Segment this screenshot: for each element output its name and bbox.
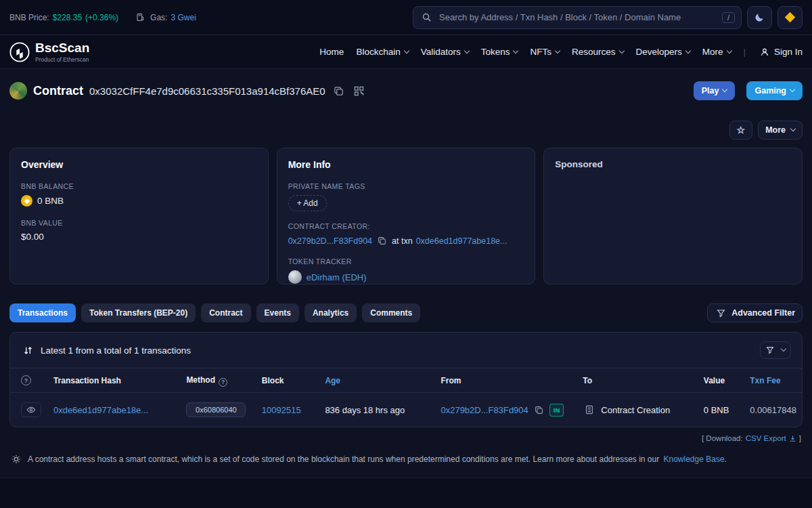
more-actions-button[interactable]: More: [758, 121, 803, 140]
question-circle-icon: ?: [21, 375, 31, 385]
info-cards: Overview BNB BALANCE 0 BNB BNB VALUE $0.…: [0, 148, 812, 284]
tab-transactions[interactable]: Transactions: [9, 303, 76, 322]
private-name-tags-label: PRIVATE NAME TAGS: [288, 182, 524, 190]
sort-arrows-icon: [21, 344, 35, 357]
csv-export-link[interactable]: CSV Export: [746, 434, 796, 442]
column-method: Method?: [181, 368, 256, 393]
funnel-icon: [715, 308, 727, 319]
column-to: To: [577, 368, 698, 393]
transactions-summary: Latest 1 from a total of 1 transactions: [21, 344, 191, 357]
chevron-down-icon: [618, 47, 624, 53]
transactions-table-card: Latest 1 from a total of 1 transactions …: [9, 332, 803, 427]
gaming-dropdown-button[interactable]: Gaming: [746, 81, 803, 100]
column-txn-fee-toggle[interactable]: Txn Fee: [744, 368, 802, 393]
address-footnote: A contract address hosts a smart contrac…: [0, 442, 812, 465]
person-icon: [758, 46, 771, 58]
funnel-icon: [766, 346, 774, 354]
bscscan-contract-page: BNB Price: $228.35 (+0.36%) Gas: 3 Gwei: [0, 0, 812, 508]
txn-details-eye-button[interactable]: [21, 402, 41, 417]
brand-tagline: Product of Etherscan: [35, 56, 89, 63]
add-name-tag-button[interactable]: + Add: [288, 195, 327, 211]
bnb-value-label: BNB VALUE: [21, 219, 257, 227]
contract-creator-label: CONTRACT CREATOR:: [288, 222, 524, 230]
gas-pump-icon: [134, 12, 147, 23]
bnb-balance-label: BNB BALANCE: [21, 182, 257, 190]
bnb-price-change: (+0.36%): [85, 13, 118, 22]
advanced-filter-button[interactable]: Advanced Filter: [707, 303, 803, 322]
tab-analytics[interactable]: Analytics: [304, 303, 357, 322]
tab-list: Transactions Token Transfers (BEP-20) Co…: [9, 303, 420, 322]
copy-address-button[interactable]: [332, 85, 346, 98]
contract-file-icon: [583, 404, 596, 416]
qr-code-button[interactable]: [352, 85, 366, 98]
copy-creator-button[interactable]: [376, 235, 388, 247]
column-block: Block: [256, 368, 320, 393]
chevron-down-icon: [780, 346, 786, 352]
txn-hash-link[interactable]: 0xde6ed1d977abe18e...: [53, 405, 148, 415]
nav-developers[interactable]: Developers: [636, 47, 690, 57]
search-icon: [420, 11, 434, 24]
nav-resources[interactable]: Resources: [572, 47, 624, 57]
overview-title: Overview: [21, 159, 257, 170]
knowledge-base-link[interactable]: Knowledge Base: [664, 454, 725, 464]
overview-card: Overview BNB BALANCE 0 BNB BNB VALUE $0.…: [9, 148, 269, 284]
network-switcher-button[interactable]: [777, 6, 803, 29]
chevron-down-icon: [464, 47, 469, 53]
more-info-title: More Info: [288, 159, 524, 170]
value-amount: 0 BNB: [704, 405, 729, 415]
moon-icon: [754, 12, 765, 22]
bscscan-logo[interactable]: BscScan Product of Etherscan: [9, 41, 89, 63]
chevron-down-icon: [790, 126, 796, 131]
token-tracker-link[interactable]: eDirham (EDH): [307, 272, 367, 282]
search-input[interactable]: [439, 12, 717, 22]
footnote-text: A contract address hosts a smart contrac…: [28, 454, 659, 464]
creator-address-link[interactable]: 0x279b2D...F83Fd904: [288, 236, 372, 246]
bnb-value-amount: $0.00: [21, 232, 257, 242]
block-link[interactable]: 10092515: [262, 405, 301, 415]
bnb-price-label: BNB Price:: [9, 13, 49, 22]
network-stats: BNB Price: $228.35 (+0.36%) Gas: 3 Gwei: [9, 12, 196, 23]
column-from: From: [435, 368, 577, 393]
nav-blockchain[interactable]: Blockchain: [356, 47, 408, 57]
nav-sign-in[interactable]: Sign In: [758, 46, 803, 58]
favorite-button[interactable]: ☆: [729, 121, 753, 140]
page-title: Contract: [33, 84, 83, 98]
question-circle-icon: ?: [219, 378, 227, 387]
bnb-icon: [785, 12, 796, 23]
contract-header: Contract 0x3032CfFF4e7d9c06631c335F013a9…: [0, 69, 812, 100]
from-address-link[interactable]: 0x279b2D...F83Fd904: [441, 405, 528, 415]
bnb-price-link[interactable]: $228.35: [53, 13, 82, 22]
table-row: 0xde6ed1d977abe18e... 0x60806040 1009251…: [10, 393, 802, 427]
nav-tokens[interactable]: Tokens: [481, 47, 518, 57]
star-icon: ☆: [737, 125, 746, 135]
tab-comments[interactable]: Comments: [362, 303, 420, 322]
nav-nfts[interactable]: NFTs: [530, 47, 560, 57]
token-tracker-label: TOKEN TRACKER: [288, 257, 524, 266]
chevron-down-icon: [403, 47, 409, 53]
tab-events[interactable]: Events: [256, 303, 299, 322]
table-filter-button[interactable]: [760, 341, 791, 359]
theme-toggle-button[interactable]: [747, 6, 772, 29]
status-column-header: ?: [10, 368, 48, 393]
sponsored-card: Sponsored: [543, 148, 803, 284]
gas-value-link[interactable]: 3 Gwei: [171, 13, 196, 22]
contract-identicon: [9, 82, 27, 100]
copy-from-button[interactable]: [533, 404, 545, 416]
play-dropdown-button[interactable]: Play: [694, 81, 736, 100]
address-toolbar: ☆ More: [0, 121, 812, 140]
bscscan-logo-icon: [9, 42, 30, 62]
brand-name: BscScan: [35, 41, 89, 54]
nav-more[interactable]: More: [702, 47, 731, 57]
tab-contract[interactable]: Contract: [201, 303, 250, 322]
nav-home[interactable]: Home: [319, 47, 344, 57]
nav-validators[interactable]: Validators: [421, 47, 469, 57]
column-age-toggle[interactable]: Age: [319, 368, 435, 393]
csv-export-row: [ Download: CSV Export ]: [0, 427, 812, 442]
column-value: Value: [698, 368, 744, 393]
chevron-down-icon: [555, 47, 560, 53]
creation-txn-link[interactable]: 0xde6ed1d977abe18e...: [416, 236, 508, 246]
column-transaction-hash: Transaction Hash: [48, 368, 181, 393]
download-suffix: ]: [799, 434, 801, 442]
search-bar[interactable]: /: [413, 6, 742, 29]
tab-token-transfers[interactable]: Token Transfers (BEP-20): [81, 303, 196, 322]
